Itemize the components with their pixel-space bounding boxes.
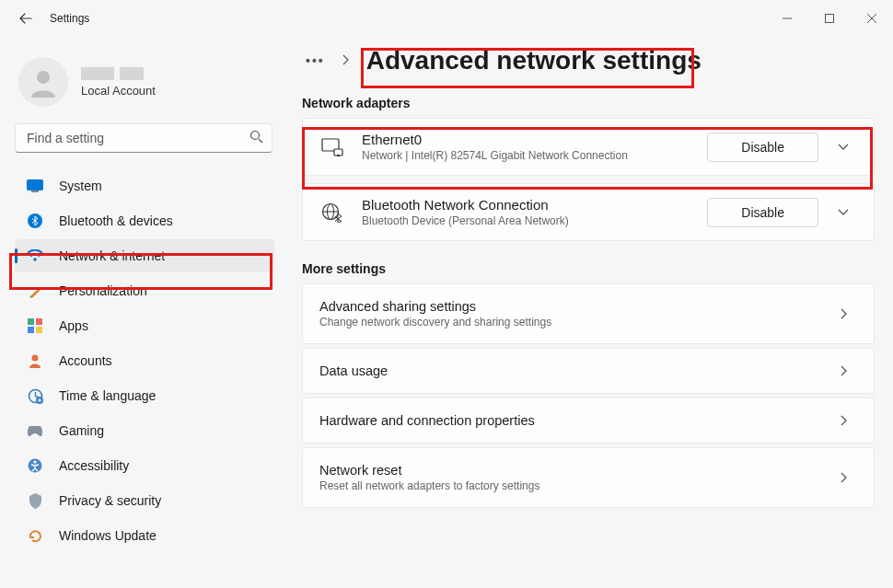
nav-label: Bluetooth & devices [59, 213, 173, 228]
disable-button[interactable]: Disable [707, 133, 818, 162]
sidebar-item-system[interactable]: System [15, 169, 274, 202]
maximize-button[interactable] [808, 4, 851, 33]
window-title: Settings [50, 12, 89, 25]
sidebar-item-bluetooth[interactable]: Bluetooth & devices [15, 204, 274, 237]
person-icon [28, 66, 59, 98]
titlebar: Settings [0, 0, 893, 37]
section-more-label: More settings [302, 261, 875, 276]
sidebar-item-apps[interactable]: Apps [15, 309, 274, 342]
main-content: ••• Advanced network settings Network ad… [285, 37, 893, 588]
row-title: Data usage [319, 363, 829, 378]
adapter-row-bluetooth[interactable]: Bluetooth Network Connection Bluetooth D… [302, 183, 875, 241]
chevron-right-icon [342, 53, 350, 69]
chevron-down-icon [837, 143, 850, 151]
chevron-right-icon [829, 414, 857, 427]
svg-rect-9 [28, 318, 34, 325]
breadcrumb: ••• Advanced network settings [302, 46, 875, 75]
svg-point-13 [32, 355, 39, 362]
brush-icon [26, 282, 44, 300]
back-button[interactable] [15, 7, 37, 29]
page-title: Advanced network settings [363, 46, 702, 75]
close-icon [867, 14, 876, 23]
breadcrumb-ellipsis[interactable]: ••• [302, 53, 329, 68]
username-redacted [81, 67, 156, 80]
gaming-icon [26, 421, 44, 440]
nav-label: Network & internet [59, 248, 165, 263]
row-advanced-sharing[interactable]: Advanced sharing settings Change network… [302, 283, 875, 344]
accounts-icon [26, 352, 44, 370]
disable-button[interactable]: Disable [707, 198, 818, 227]
chevron-right-icon [829, 364, 857, 377]
expand-button[interactable] [829, 143, 857, 151]
minimize-icon [783, 14, 792, 23]
sidebar-item-update[interactable]: Windows Update [15, 519, 274, 552]
row-network-reset[interactable]: Network reset Reset all network adapters… [302, 447, 875, 508]
ethernet-icon [319, 138, 345, 156]
nav-label: Time & language [59, 388, 156, 403]
sidebar-item-gaming[interactable]: Gaming [15, 414, 274, 447]
shield-icon [26, 491, 44, 510]
adapter-desc: Bluetooth Device (Personal Area Network) [362, 214, 707, 227]
nav-list: System Bluetooth & devices Network & int… [15, 169, 274, 552]
nav-label: System [59, 179, 102, 193]
system-icon [26, 177, 44, 195]
nav-label: Windows Update [59, 528, 157, 543]
adapter-name: Bluetooth Network Connection [362, 197, 707, 213]
svg-rect-12 [36, 327, 42, 333]
expand-button[interactable] [829, 208, 857, 216]
accessibility-icon [26, 456, 44, 475]
sidebar-item-accounts[interactable]: Accounts [15, 344, 274, 377]
svg-rect-6 [31, 190, 39, 192]
avatar [18, 57, 68, 107]
nav-label: Apps [59, 318, 88, 333]
nav-label: Personalization [59, 283, 147, 298]
nav-label: Accessibility [59, 458, 129, 473]
svg-rect-19 [334, 149, 342, 156]
search-input[interactable] [15, 123, 273, 153]
chevron-right-icon [829, 471, 857, 484]
close-button[interactable] [851, 4, 893, 33]
svg-rect-10 [36, 318, 42, 325]
section-adapters-label: Network adapters [302, 96, 875, 110]
profile-block[interactable]: Local Account [15, 48, 276, 123]
adapter-desc: Network | Intel(R) 82574L Gigabit Networ… [362, 149, 707, 162]
globe-bluetooth-icon [319, 202, 345, 223]
sidebar-item-time[interactable]: Time & language [15, 379, 274, 412]
sidebar-item-network[interactable]: Network & internet [15, 239, 274, 272]
nav-label: Accounts [59, 353, 112, 368]
row-sub: Reset all network adapters to factory se… [319, 479, 829, 492]
sidebar: Local Account System Bluetooth & devices… [0, 37, 285, 588]
svg-rect-5 [28, 180, 43, 190]
row-title: Advanced sharing settings [319, 299, 829, 314]
nav-label: Privacy & security [59, 493, 161, 508]
svg-rect-20 [337, 155, 340, 156]
update-icon [26, 526, 44, 545]
minimize-button[interactable] [766, 4, 808, 33]
row-sub: Change network discovery and sharing set… [319, 316, 829, 329]
maximize-icon [825, 14, 834, 23]
svg-point-8 [33, 258, 37, 261]
row-hardware-properties[interactable]: Hardware and connection properties [302, 398, 875, 444]
window-controls [766, 4, 893, 33]
adapter-row-ethernet[interactable]: Ethernet0 Network | Intel(R) 82574L Giga… [302, 118, 875, 176]
svg-rect-1 [826, 15, 834, 23]
chevron-right-icon [829, 307, 857, 320]
chevron-down-icon [837, 208, 850, 216]
arrow-left-icon [18, 11, 33, 26]
row-title: Hardware and connection properties [319, 413, 829, 428]
sidebar-item-privacy[interactable]: Privacy & security [15, 484, 274, 517]
row-data-usage[interactable]: Data usage [302, 348, 875, 394]
apps-icon [26, 317, 44, 335]
nav-label: Gaming [59, 423, 104, 438]
adapter-name: Ethernet0 [362, 132, 707, 147]
row-title: Network reset [319, 463, 829, 478]
clock-icon [26, 386, 44, 405]
account-type: Local Account [81, 84, 156, 98]
svg-point-17 [33, 460, 36, 463]
sidebar-item-accessibility[interactable]: Accessibility [15, 449, 274, 482]
svg-point-2 [37, 71, 50, 84]
bluetooth-icon [26, 212, 44, 230]
wifi-icon [26, 247, 44, 265]
sidebar-item-personalization[interactable]: Personalization [15, 274, 274, 307]
svg-rect-11 [28, 327, 34, 333]
